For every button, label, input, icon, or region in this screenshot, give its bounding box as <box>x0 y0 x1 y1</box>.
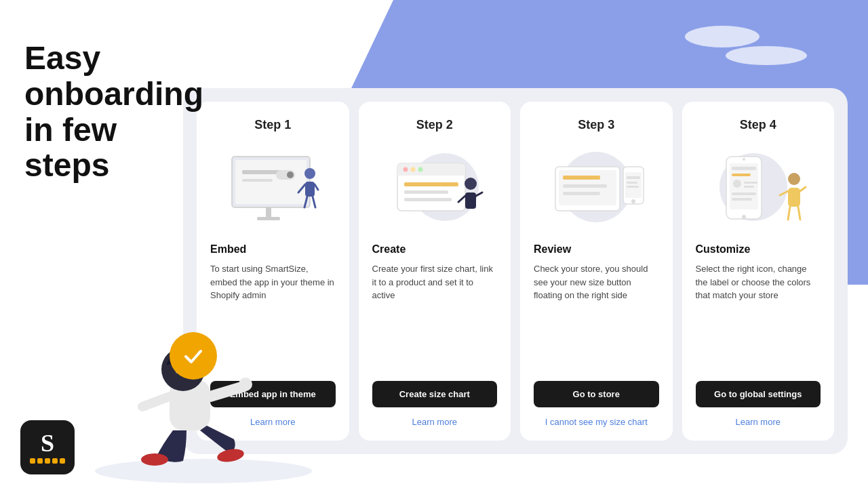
svg-point-19 <box>410 167 415 172</box>
logo-dot-5 <box>60 458 65 464</box>
svg-rect-50 <box>732 192 756 195</box>
svg-point-67 <box>239 378 252 391</box>
svg-rect-31 <box>563 176 600 180</box>
svg-point-43 <box>743 158 745 161</box>
checkmark-badge <box>170 332 217 380</box>
svg-rect-39 <box>627 186 639 188</box>
step-2-label: Step 2 <box>416 118 453 132</box>
svg-line-63 <box>210 386 244 396</box>
heading-line-3: in few <box>24 113 203 148</box>
go-to-global-settings-button[interactable]: Go to global settings <box>696 381 821 407</box>
step-3-label: Step 3 <box>578 118 614 132</box>
step-1-label: Step 1 <box>254 118 291 132</box>
svg-point-5 <box>287 171 294 178</box>
step-3-title: Review <box>534 243 571 256</box>
svg-rect-51 <box>732 198 752 201</box>
svg-line-56 <box>788 207 790 220</box>
step-1-illustration <box>210 143 336 231</box>
step-4-illustration <box>696 143 821 231</box>
go-to-store-button[interactable]: Go to store <box>534 381 659 407</box>
svg-rect-32 <box>563 184 607 188</box>
step-3-svg <box>545 146 647 228</box>
svg-rect-48 <box>744 182 757 184</box>
cannot-see-size-chart-link[interactable]: I cannot see my size chart <box>545 417 648 427</box>
svg-point-52 <box>788 173 800 185</box>
step-2-desc: Create your first size chart, link it to… <box>372 262 498 369</box>
svg-rect-3 <box>242 179 273 182</box>
logo-dot-4 <box>52 458 58 464</box>
svg-line-55 <box>800 187 806 191</box>
svg-line-64 <box>142 396 170 407</box>
svg-rect-9 <box>305 182 315 197</box>
step-4-label: Step 4 <box>740 118 776 132</box>
svg-line-11 <box>315 184 318 190</box>
step-2-title: Create <box>372 243 406 256</box>
page-heading: Easy onboarding in few steps <box>24 41 203 184</box>
heading-line-2: onboarding <box>24 77 203 113</box>
svg-point-20 <box>418 167 422 172</box>
svg-point-8 <box>304 168 315 179</box>
svg-rect-33 <box>563 192 600 195</box>
svg-rect-46 <box>732 174 751 176</box>
svg-rect-17 <box>397 170 465 176</box>
decorative-ellipse-2 <box>726 46 807 65</box>
create-size-chart-button[interactable]: Create size chart <box>372 381 498 407</box>
svg-rect-21 <box>404 182 458 186</box>
svg-point-24 <box>465 178 477 190</box>
svg-line-13 <box>313 197 315 207</box>
svg-rect-7 <box>257 217 280 220</box>
svg-rect-6 <box>266 207 271 217</box>
decorative-ellipse-1 <box>685 26 760 47</box>
step-4-card: Step 4 <box>682 102 835 441</box>
svg-rect-1 <box>235 160 307 204</box>
checkmark-icon <box>180 343 206 369</box>
svg-point-47 <box>733 180 741 188</box>
svg-line-57 <box>798 207 800 220</box>
step-2-learn-more-link[interactable]: Learn more <box>412 417 457 427</box>
svg-point-44 <box>742 215 746 219</box>
svg-rect-35 <box>625 172 642 198</box>
character-illustration <box>68 271 326 488</box>
heading-line-4: steps <box>24 148 203 184</box>
svg-point-58 <box>95 459 312 483</box>
svg-point-18 <box>403 167 408 172</box>
svg-rect-23 <box>404 198 452 201</box>
logo-dots <box>30 458 65 464</box>
svg-rect-37 <box>627 176 640 179</box>
svg-point-36 <box>631 199 635 203</box>
svg-rect-45 <box>732 167 756 170</box>
step-2-svg <box>384 146 486 228</box>
svg-rect-53 <box>788 188 800 207</box>
step-3-illustration <box>534 143 659 231</box>
heading-line-1: Easy <box>24 41 203 77</box>
step-4-svg <box>707 146 809 228</box>
step-4-title: Customize <box>696 243 751 256</box>
step-2-card: Step 2 Cre <box>359 102 511 441</box>
step-2-illustration <box>372 143 498 231</box>
logo-dot-2 <box>37 458 43 464</box>
svg-rect-38 <box>627 182 637 184</box>
logo-dot-1 <box>30 458 35 464</box>
step-3-desc: Check your store, you should see your ne… <box>534 262 659 369</box>
step-1-title: Embed <box>210 243 246 256</box>
svg-rect-49 <box>744 186 754 188</box>
svg-point-65 <box>141 453 168 466</box>
step-4-learn-more-link[interactable]: Learn more <box>736 417 781 427</box>
step-1-svg <box>222 146 323 228</box>
svg-rect-22 <box>404 190 448 194</box>
logo-dot-3 <box>45 458 50 464</box>
step-4-desc: Select the right icon, change the label … <box>696 262 821 369</box>
logo-badge: S <box>20 420 75 474</box>
character-svg <box>68 271 326 488</box>
step-3-card: Step 3 Review C <box>520 102 673 441</box>
svg-rect-25 <box>465 192 476 209</box>
logo-letter: S <box>41 431 54 455</box>
